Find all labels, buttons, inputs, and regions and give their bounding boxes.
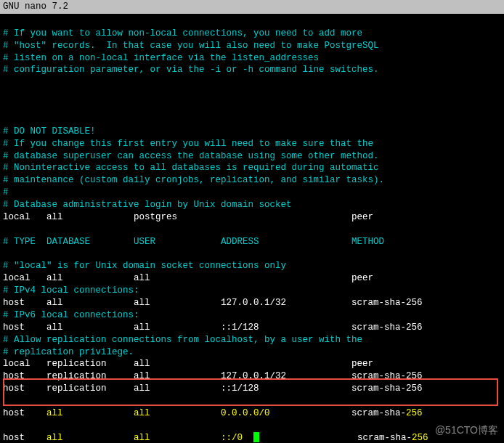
watermark: @51CTO博客 [435, 423, 498, 437]
comment-line [3, 76, 501, 89]
cursor-icon [253, 432, 259, 442]
comment-line: # replication privilege. [3, 346, 501, 359]
comment-line: # If you want to allow non-local connect… [3, 28, 501, 40]
config-line-highlighted: host all all 0.0.0.0/0 scram-sha-256 [3, 407, 501, 420]
config-line: local replication all peer [3, 358, 501, 370]
comment-line [3, 224, 501, 236]
comment-line: # If you change this first entry you wil… [3, 138, 501, 150]
comment-line: # listen on a non-local interface via th… [3, 52, 501, 65]
comment-line: # Allow replication connections from loc… [3, 334, 501, 346]
comment-line [3, 101, 501, 113]
title-bar: GNU nano 7.2 [0, 0, 504, 14]
comment-line: # IPv4 local connections: [3, 285, 501, 297]
comment-line: # TYPE DATABASE USER ADDRESS METHOD [3, 236, 501, 248]
comment-line [3, 89, 501, 101]
config-line: host all all 127.0.0.1/32 scram-sha-256 [3, 297, 501, 309]
comment-line: # [3, 187, 501, 199]
comment-line: # IPv6 local connections: [3, 309, 501, 322]
comment-line: # "host" records. In that case you will … [3, 40, 501, 52]
terminal-content[interactable]: # If you want to allow non-local connect… [0, 14, 504, 443]
comment-line: # DO NOT DISABLE! [3, 126, 501, 138]
config-line: local all postgres peer [3, 211, 501, 224]
comment-line: # database superuser can access the data… [3, 150, 501, 163]
config-line-highlighted: host all all ::/0 scram-sha-256 [3, 432, 501, 443]
comment-line: # "local" is for Unix domain socket conn… [3, 260, 501, 272]
config-line: host replication all ::1/128 scram-sha-2… [3, 383, 501, 395]
comment-line: # Database administrative login by Unix … [3, 199, 501, 211]
comment-line: # configuration parameter, or via the -i… [3, 64, 501, 76]
config-line: host all all ::1/128 scram-sha-256 [3, 322, 501, 334]
comment-line: # maintenance (custom daily cronjobs, re… [3, 174, 501, 187]
config-line: host replication all 127.0.0.1/32 scram-… [3, 370, 501, 383]
comment-line [3, 248, 501, 261]
comment-line: # Noninteractive access to all databases… [3, 162, 501, 174]
comment-line [3, 113, 501, 126]
config-line: local all all peer [3, 272, 501, 285]
